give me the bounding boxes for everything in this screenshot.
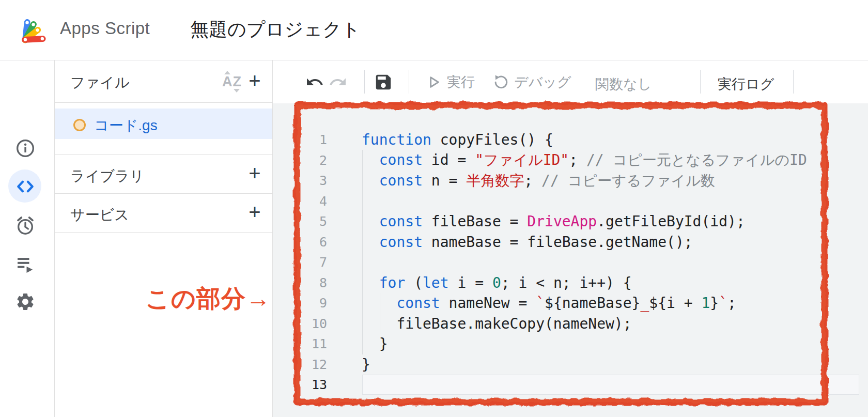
toolbar-divider [364, 70, 365, 94]
libraries-label: ライブラリ [70, 166, 144, 186]
code-line-content: const n = 半角数字; // コピーするファイル数 [362, 171, 715, 191]
file-name: コード.gs [94, 116, 158, 135]
editor-toolbar: 実行 デバッグ 関数なし 実行ログ [272, 60, 868, 104]
code-line-content: for (let i = 0; i < n; i++) { [362, 274, 632, 291]
code-line[interactable]: 9 const nameNew = `${nameBase}_${i + 1}`… [273, 293, 868, 314]
code-line[interactable]: 13 [273, 375, 868, 395]
line-number[interactable]: 6 [273, 235, 327, 250]
code-line-content: const id = "ファイルID"; // コピー元となるファイルのID [362, 150, 807, 170]
redo-icon[interactable] [329, 73, 347, 91]
app-name: Apps Script [60, 19, 150, 38]
code-line-content: fileBase.makeCopy(nameNew); [362, 315, 632, 332]
code-line[interactable]: 12} [273, 354, 868, 375]
add-library-button[interactable]: + [243, 162, 266, 185]
code-line-content: const nameBase = fileBase.getName(); [362, 234, 693, 251]
line-number[interactable]: 11 [273, 336, 327, 351]
unsaved-dot-icon [73, 119, 86, 131]
line-number[interactable]: 9 [273, 296, 327, 311]
add-file-button[interactable]: + [243, 70, 266, 92]
file-item-code-gs[interactable]: コード.gs [55, 109, 272, 139]
code-line[interactable]: 7 [273, 252, 868, 273]
toolbar-divider [793, 70, 794, 94]
debug-button[interactable]: デバッグ [492, 73, 571, 91]
debug-icon [492, 74, 509, 90]
play-icon [425, 74, 442, 90]
code-line[interactable]: 2 const id = "ファイルID"; // コピー元となるファイルのID [273, 150, 868, 171]
function-select-label: 関数なし [595, 75, 652, 94]
line-number[interactable]: 5 [273, 214, 327, 229]
line-number[interactable]: 2 [273, 153, 327, 168]
line-number[interactable]: 8 [273, 275, 327, 290]
code-lines: 1function copyFiles() {2 const id = "ファイ… [273, 130, 868, 395]
line-number[interactable]: 13 [273, 377, 327, 392]
save-icon[interactable] [374, 72, 393, 92]
app-header: Apps Script 無題のプロジェクト [0, 0, 868, 60]
code-line-content: const nameNew = `${nameBase}_${i + 1}`; [362, 295, 736, 312]
line-number[interactable]: 7 [273, 255, 327, 270]
line-number[interactable]: 12 [273, 357, 327, 372]
settings-gear-icon[interactable] [15, 291, 36, 312]
files-section-header: ファイル AZ + [55, 60, 272, 103]
executions-list-icon[interactable] [15, 254, 36, 275]
function-select[interactable]: 関数なし [595, 75, 652, 94]
line-number[interactable]: 4 [273, 194, 327, 209]
code-line[interactable]: 5 const fileBase = DriveApp.getFileById(… [273, 211, 868, 232]
apps-script-logo[interactable] [19, 13, 53, 47]
code-line[interactable]: 11 } [273, 334, 868, 354]
code-line-content: } [362, 335, 388, 352]
az-sort-icon[interactable]: AZ [220, 70, 244, 94]
code-editor[interactable]: 1function copyFiles() {2 const id = "ファイ… [272, 103, 868, 417]
services-label: サービス [70, 205, 129, 225]
info-icon[interactable] [15, 138, 36, 159]
red-annotation-text: この部分→ [55, 283, 271, 315]
code-line[interactable]: 8 for (let i = 0; i < n; i++) { [273, 273, 868, 294]
code-line[interactable]: 1function copyFiles() { [273, 130, 868, 150]
undo-icon[interactable] [305, 73, 324, 91]
add-service-button[interactable]: + [243, 201, 266, 224]
debug-label: デバッグ [514, 73, 571, 91]
execution-log-button[interactable]: 実行ログ [718, 75, 774, 94]
code-line-content: const fileBase = DriveApp.getFileById(id… [362, 213, 745, 230]
run-label: 実行 [447, 73, 475, 91]
run-button[interactable]: 実行 [425, 73, 475, 91]
files-header-label: ファイル [70, 73, 130, 92]
libraries-section: ライブラリ + [55, 154, 272, 194]
line-number[interactable]: 3 [273, 173, 327, 188]
code-line[interactable]: 4 [273, 191, 868, 212]
code-line[interactable]: 6 const nameBase = fileBase.getName(); [273, 232, 868, 253]
toolbar-divider [409, 70, 409, 94]
execution-log-label: 実行ログ [718, 75, 774, 94]
file-panel: ファイル AZ + コード.gs ライブラリ + サービス + この部分→ [55, 60, 272, 417]
code-line-content: } [362, 356, 370, 373]
services-section: サービス + [55, 193, 272, 233]
toolbar-divider [700, 70, 701, 94]
line-number[interactable]: 1 [273, 132, 327, 147]
caret-down-icon [234, 89, 240, 92]
caret-up-icon [224, 71, 230, 74]
code-line-content: function copyFiles() { [362, 131, 553, 148]
code-line[interactable]: 3 const n = 半角数字; // コピーするファイル数 [273, 171, 868, 191]
line-number[interactable]: 10 [273, 316, 327, 331]
project-title[interactable]: 無題のプロジェクト [190, 17, 361, 42]
left-icon-rail [0, 60, 55, 417]
clock-triggers-icon[interactable] [15, 215, 36, 236]
code-editor-icon[interactable] [15, 176, 36, 197]
code-line[interactable]: 10 fileBase.makeCopy(nameNew); [273, 314, 868, 334]
